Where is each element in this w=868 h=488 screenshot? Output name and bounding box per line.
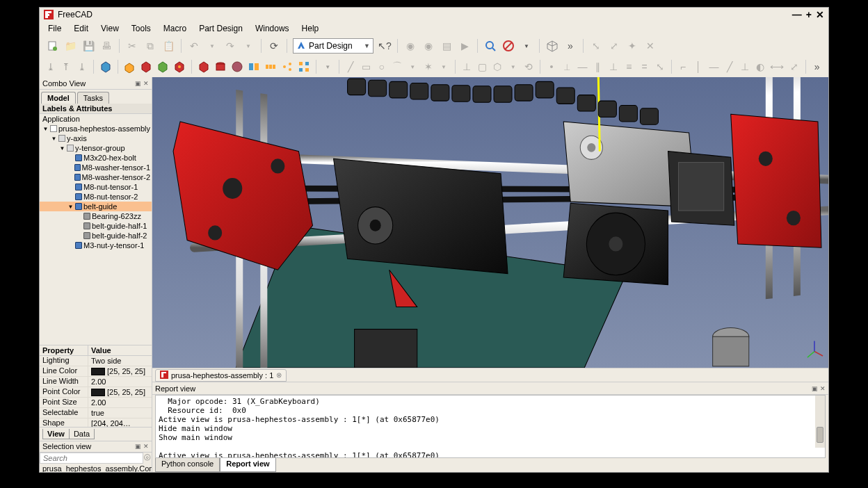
constrain-3-icon[interactable]: ⬡	[492, 60, 503, 74]
property-value[interactable]: [25, 25, 25]	[88, 387, 152, 397]
constrain-1-icon[interactable]: ⊥	[461, 60, 472, 74]
chamfer-icon[interactable]: │	[693, 60, 704, 74]
macro-play-icon[interactable]: ▶	[458, 39, 472, 53]
tree-row[interactable]: ▼y-tensor-group	[40, 143, 152, 153]
multitransform-icon[interactable]	[298, 60, 310, 74]
tree-row[interactable]: M8-nut-tensor-2	[40, 192, 152, 202]
tree-row[interactable]: Bearing-623zz	[40, 211, 152, 221]
dim-7-icon[interactable]: =	[639, 60, 650, 74]
macro-list-icon[interactable]: ▤	[440, 39, 453, 53]
property-value[interactable]: [25, 25, 25]	[88, 366, 152, 376]
minimize-button[interactable]: —	[792, 9, 802, 20]
sketch-line-icon[interactable]: ╱	[345, 60, 356, 74]
draft-icon[interactable]: —	[708, 60, 719, 74]
thickness-icon[interactable]: ╱	[724, 60, 735, 74]
refresh-icon[interactable]: ⟳	[267, 39, 281, 53]
radius-icon[interactable]: ◐	[755, 60, 766, 74]
pocket-icon[interactable]	[140, 60, 152, 74]
redo-icon[interactable]: ↷	[223, 39, 237, 53]
revolve-icon[interactable]	[156, 60, 169, 74]
property-row[interactable]: LightingTwo side	[40, 356, 152, 366]
tab-tasks[interactable]: Tasks	[77, 92, 109, 104]
dim-1-icon[interactable]: •	[546, 60, 557, 74]
tree-row[interactable]: M3x20-hex-bolt	[40, 153, 152, 163]
property-value[interactable]: 2.00	[88, 377, 152, 387]
drop3-icon[interactable]: ▼	[438, 60, 449, 74]
close-button[interactable]: ✕	[816, 9, 824, 20]
box-icon[interactable]	[198, 60, 210, 74]
constrain-2-icon[interactable]: ▢	[476, 60, 488, 74]
macro-record-icon[interactable]: ◉	[403, 39, 417, 53]
property-row[interactable]: Line Width2.00	[40, 377, 152, 387]
sel-undock-icon[interactable]: ▣	[135, 443, 141, 450]
fillet-icon[interactable]: ⌐	[677, 60, 689, 74]
report-scrollbar[interactable]	[815, 396, 825, 448]
sketch-rect-icon[interactable]: ▭	[360, 60, 371, 74]
goto-icon[interactable]: ⦾	[143, 453, 152, 464]
nav-1-icon[interactable]: ⤡	[589, 39, 603, 53]
dim-4-icon[interactable]: ∥	[593, 60, 604, 74]
menu-tools[interactable]: Tools	[131, 24, 151, 33]
property-value[interactable]: [204, 204…	[88, 418, 152, 427]
menu-view[interactable]: View	[101, 24, 119, 33]
sphere-icon[interactable]	[231, 60, 243, 74]
menu-macro[interactable]: Macro	[163, 24, 186, 33]
undo-icon[interactable]: ↶	[187, 39, 201, 53]
dim-3-icon[interactable]: —	[577, 60, 588, 74]
angle-icon[interactable]: ⊥	[739, 60, 750, 74]
drop4-icon[interactable]: ▼	[508, 60, 519, 74]
tree-row[interactable]: ▼y-axis	[40, 133, 152, 143]
import-icon[interactable]: ⤒	[61, 60, 72, 74]
tree-toggle-icon[interactable]: ▼	[67, 204, 74, 210]
tab-python-console[interactable]: Python console	[155, 458, 220, 472]
tree-toggle-icon[interactable]: ▼	[51, 136, 57, 142]
menu-help[interactable]: Help	[302, 24, 319, 33]
nav-2-icon[interactable]: ⤢	[607, 39, 621, 53]
menu-partdesign[interactable]: Part Design	[199, 24, 243, 33]
draw-style-icon[interactable]	[501, 39, 515, 53]
tree-toggle-icon[interactable]: ▼	[42, 126, 49, 132]
tree-row[interactable]: belt-guide-half-2	[40, 231, 152, 241]
fit-all-icon[interactable]	[483, 39, 497, 53]
dim-5-icon[interactable]: ⊥	[608, 60, 619, 74]
tab-data[interactable]: Data	[69, 429, 95, 439]
property-row[interactable]: Selectabletrue	[40, 408, 152, 418]
copy-icon[interactable]: ⧉	[143, 39, 157, 53]
tree-row[interactable]: M8-nut-tensor-1	[40, 182, 152, 192]
mirror-icon[interactable]	[248, 60, 260, 74]
tree-row[interactable]: M8-washer-tensor-1	[40, 163, 152, 172]
undo-drop-icon[interactable]: ▼	[205, 39, 219, 53]
model-tree[interactable]: ▼prusa-hephestos-assembly▼y-axis▼y-tenso…	[40, 124, 152, 345]
3d-viewport[interactable]	[152, 77, 828, 368]
menu-file[interactable]: File	[48, 24, 61, 33]
tree-row[interactable]: belt-guide-half-1	[40, 221, 152, 231]
sel-close-icon[interactable]: ✕	[143, 443, 149, 450]
lock-icon[interactable]: ⤢	[788, 60, 799, 74]
report-undock-icon[interactable]: ▣	[812, 385, 818, 392]
tree-row[interactable]: ▼belt-guide	[40, 202, 152, 211]
drop2-icon[interactable]: ▼	[407, 60, 418, 74]
whatsthis-icon[interactable]: ↖?	[378, 39, 392, 53]
new-icon[interactable]	[45, 39, 59, 53]
iso-view-icon[interactable]	[545, 39, 559, 53]
sketch-circle-icon[interactable]: ○	[376, 60, 387, 74]
menu-windows[interactable]: Windows	[255, 24, 289, 33]
macro-stop-icon[interactable]: ◉	[421, 39, 435, 53]
polar-pattern-icon[interactable]	[281, 60, 294, 74]
sketch-point-icon[interactable]: ✶	[422, 60, 433, 74]
tree-row[interactable]: M8-washer-tensor-2	[40, 172, 152, 182]
dim-6-icon[interactable]: ≡	[623, 60, 634, 74]
dim-8-icon[interactable]: ⤡	[654, 60, 666, 74]
cut-icon[interactable]: ✂	[125, 39, 139, 53]
overflow2-icon[interactable]: »	[812, 60, 823, 74]
workbench-selector[interactable]: Part Design ▼	[293, 38, 373, 54]
save-icon[interactable]: 💾	[81, 39, 95, 53]
property-value[interactable]: 2.00	[88, 398, 152, 407]
property-value[interactable]: Two side	[88, 356, 152, 366]
sketch-arc-icon[interactable]: ⌒	[392, 60, 403, 74]
body-icon[interactable]	[99, 60, 112, 74]
tree-toggle-icon[interactable]: ▼	[59, 145, 65, 152]
report-close-icon[interactable]: ✕	[820, 385, 826, 392]
drawstyle-drop-icon[interactable]: ▼	[520, 39, 533, 53]
property-row[interactable]: Line Color[25, 25, 25]	[40, 366, 152, 377]
